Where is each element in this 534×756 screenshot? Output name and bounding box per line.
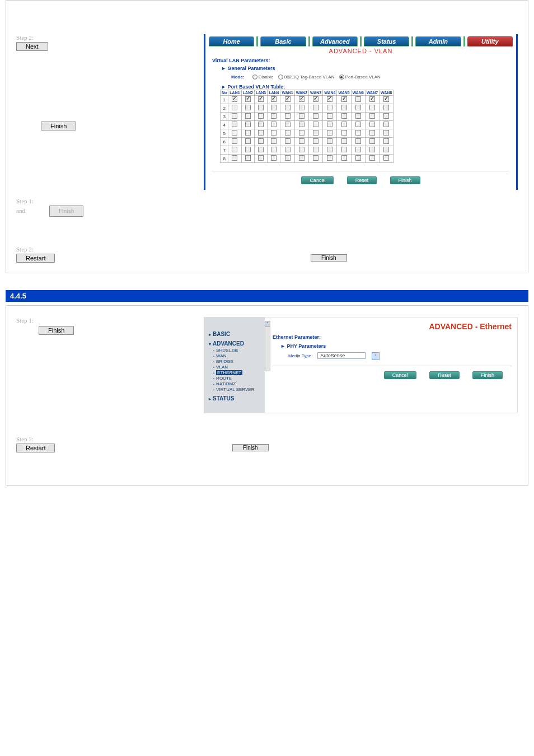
vlan-checkbox[interactable] (383, 122, 389, 127)
vlan-checkbox[interactable] (313, 122, 318, 127)
vlan-checkbox[interactable] (383, 155, 389, 161)
vlan-checkbox[interactable] (355, 96, 361, 102)
vlan-checkbox[interactable] (285, 113, 291, 119)
vlan-checkbox[interactable] (271, 105, 277, 110)
vlan-checkbox[interactable] (369, 138, 375, 144)
vlan-checkbox[interactable] (341, 138, 347, 144)
vlan-checkbox[interactable] (369, 122, 375, 127)
vlan-checkbox[interactable] (232, 96, 237, 102)
vlan-checkbox[interactable] (327, 105, 332, 110)
tab-status[interactable]: Status (364, 36, 409, 46)
vlan-checkbox[interactable] (313, 147, 318, 152)
vlan-checkbox[interactable] (285, 122, 291, 127)
vlan-checkbox[interactable] (245, 122, 251, 127)
vlan-checkbox[interactable] (232, 138, 237, 144)
vlan-checkbox[interactable] (327, 96, 332, 102)
vlan-checkbox[interactable] (341, 105, 347, 110)
vlan-checkbox[interactable] (383, 147, 389, 152)
cancel-button[interactable]: Cancel (384, 371, 416, 379)
nav-item[interactable]: •WAN (213, 353, 260, 358)
vlan-checkbox[interactable] (299, 147, 305, 152)
vlan-checkbox[interactable] (369, 105, 375, 110)
vlan-checkbox[interactable] (313, 155, 318, 161)
mode-radio-port[interactable] (339, 74, 344, 80)
cancel-button[interactable]: Cancel (301, 176, 334, 184)
vlan-checkbox[interactable] (285, 130, 291, 136)
vlan-checkbox[interactable] (313, 105, 318, 110)
nav-item[interactable]: •NAT/DMZ (213, 381, 260, 386)
vlan-checkbox[interactable] (383, 96, 389, 102)
vlan-checkbox[interactable] (258, 96, 264, 102)
finish-button[interactable]: Finish (390, 176, 420, 184)
vlan-checkbox[interactable] (258, 155, 264, 161)
scrollbar[interactable]: ˄ (265, 321, 270, 371)
media-type-select[interactable]: AutoSense (317, 352, 366, 359)
vlan-checkbox[interactable] (299, 122, 305, 127)
vlan-checkbox[interactable] (383, 113, 389, 119)
mode-radio-disable[interactable] (252, 74, 257, 80)
vlan-checkbox[interactable] (258, 147, 264, 152)
tab-utility[interactable]: Utility (467, 36, 513, 46)
vlan-checkbox[interactable] (327, 155, 332, 161)
vlan-checkbox[interactable] (369, 155, 375, 161)
vlan-checkbox[interactable] (313, 113, 318, 119)
vlan-checkbox[interactable] (341, 96, 347, 102)
vlan-checkbox[interactable] (369, 113, 375, 119)
vlan-checkbox[interactable] (313, 130, 318, 136)
vlan-checkbox[interactable] (299, 155, 305, 161)
vlan-checkbox[interactable] (285, 105, 291, 110)
vlan-checkbox[interactable] (355, 130, 361, 136)
vlan-checkbox[interactable] (245, 138, 251, 144)
vlan-checkbox[interactable] (327, 113, 332, 119)
tab-basic[interactable]: Basic (260, 36, 306, 46)
tab-admin[interactable]: Admin (415, 36, 461, 46)
vlan-checkbox[interactable] (271, 147, 277, 152)
vlan-checkbox[interactable] (369, 147, 375, 152)
nav-item[interactable]: •ROUTE (213, 376, 260, 381)
tab-advanced[interactable]: Advanced (312, 36, 358, 46)
vlan-checkbox[interactable] (299, 138, 305, 144)
finish-button[interactable]: Finish (472, 371, 503, 379)
vlan-checkbox[interactable] (369, 130, 375, 136)
vlan-checkbox[interactable] (355, 147, 361, 152)
vlan-checkbox[interactable] (245, 130, 251, 136)
vlan-checkbox[interactable] (271, 138, 277, 144)
vlan-checkbox[interactable] (258, 113, 264, 119)
vlan-checkbox[interactable] (271, 155, 277, 161)
vlan-checkbox[interactable] (271, 130, 277, 136)
vlan-checkbox[interactable] (232, 147, 237, 152)
nav-item[interactable]: •ETHERNET (213, 370, 260, 375)
vlan-checkbox[interactable] (341, 113, 347, 119)
vlan-checkbox[interactable] (271, 113, 277, 119)
vlan-checkbox[interactable] (258, 122, 264, 127)
nav-basic[interactable]: ▸BASIC (209, 331, 260, 337)
vlan-checkbox[interactable] (383, 105, 389, 110)
vlan-checkbox[interactable] (258, 138, 264, 144)
vlan-checkbox[interactable] (327, 122, 332, 127)
vlan-checkbox[interactable] (232, 105, 237, 110)
vlan-checkbox[interactable] (271, 96, 277, 102)
vlan-checkbox[interactable] (341, 147, 347, 152)
vlan-checkbox[interactable] (285, 96, 291, 102)
vlan-checkbox[interactable] (313, 96, 318, 102)
vlan-checkbox[interactable] (258, 130, 264, 136)
vlan-checkbox[interactable] (355, 105, 361, 110)
vlan-checkbox[interactable] (383, 138, 389, 144)
reset-button[interactable]: Reset (347, 176, 377, 184)
vlan-checkbox[interactable] (245, 96, 251, 102)
vlan-checkbox[interactable] (327, 138, 332, 144)
vlan-checkbox[interactable] (341, 130, 347, 136)
vlan-checkbox[interactable] (245, 113, 251, 119)
vlan-checkbox[interactable] (355, 138, 361, 144)
reset-button[interactable]: Reset (429, 371, 460, 379)
nav-advanced[interactable]: ▾ADVANCED (209, 340, 260, 347)
vlan-checkbox[interactable] (355, 122, 361, 127)
nav-item[interactable]: •VIRTUAL SERVER (213, 387, 260, 392)
vlan-checkbox[interactable] (355, 155, 361, 161)
vlan-checkbox[interactable] (232, 130, 237, 136)
vlan-checkbox[interactable] (258, 105, 264, 110)
vlan-checkbox[interactable] (285, 147, 291, 152)
vlan-checkbox[interactable] (383, 130, 389, 136)
vlan-checkbox[interactable] (313, 138, 318, 144)
vlan-checkbox[interactable] (299, 113, 305, 119)
